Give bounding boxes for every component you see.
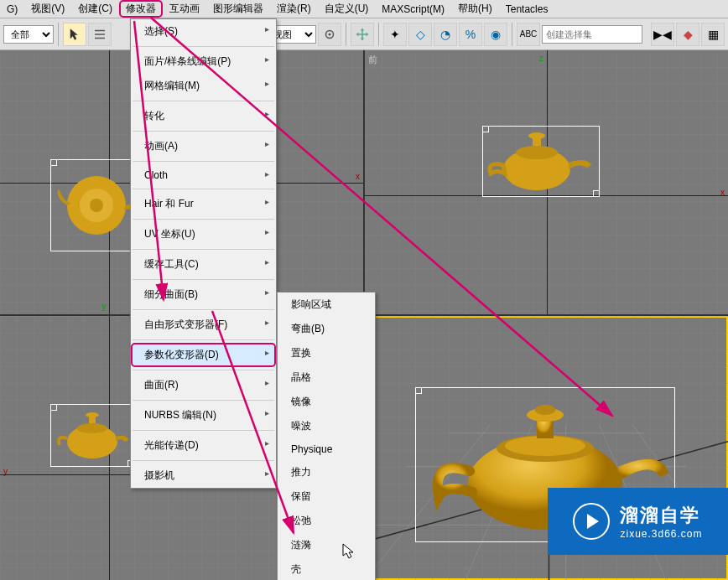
menu-separator: [133, 249, 274, 250]
axis-y-label: y: [101, 302, 106, 311]
selection-box: [50, 159, 143, 251]
select-tool[interactable]: [63, 23, 86, 46]
menu-separator: [133, 430, 274, 431]
separator: [378, 23, 379, 46]
menu-item[interactable]: Hair 和 Fur: [131, 192, 276, 216]
menu-item[interactable]: 缓存工具(C): [131, 252, 276, 277]
menu-view[interactable]: 视图(V): [24, 0, 71, 18]
angle-icon: ◔: [440, 28, 450, 41]
align-tool[interactable]: ◆: [676, 23, 699, 46]
menu-item[interactable]: 自由形式变形器(F): [131, 313, 276, 337]
move-icon: [355, 27, 370, 42]
viewport-front[interactable]: 前 x z: [365, 50, 728, 314]
menu-animation[interactable]: 互动画: [163, 0, 206, 18]
menu-item[interactable]: 参数化变形器(D): [131, 343, 276, 367]
manipulate-tool[interactable]: ✦: [383, 23, 407, 46]
menu-item[interactable]: 摄影机: [131, 463, 276, 488]
svg-rect-0: [95, 29, 105, 31]
select-name-tool[interactable]: [88, 23, 112, 46]
watermark-url: zixue.3d66.com: [620, 528, 702, 540]
menu-item[interactable]: 网格编辑(M): [131, 74, 276, 98]
separator: [346, 23, 346, 46]
percent-snap-tool[interactable]: %: [459, 23, 482, 46]
filter-combo[interactable]: 全部: [3, 25, 54, 44]
menu-separator: [133, 400, 274, 401]
menu-item[interactable]: 噪波: [278, 414, 375, 438]
layers-icon: ▦: [708, 28, 719, 41]
selection-box: [482, 126, 600, 197]
percent-icon: %: [465, 28, 476, 41]
menu-item[interactable]: 置换: [278, 341, 375, 365]
menu-tentacles[interactable]: Tentacles: [499, 2, 555, 17]
menu-customize[interactable]: 自定义(U): [318, 0, 376, 18]
menu-item[interactable]: NURBS 编辑(N): [131, 403, 276, 427]
menu-item[interactable]: 面片/样条线编辑(P): [131, 49, 276, 74]
menu-separator: [133, 339, 274, 340]
snap-3d-tool[interactable]: ◇: [408, 23, 432, 46]
menu-separator: [133, 460, 274, 461]
menu-separator: [133, 219, 274, 220]
use-center-tool[interactable]: [318, 23, 341, 46]
menu-item[interactable]: 细分曲面(B): [131, 282, 276, 307]
menu-item[interactable]: Physique: [278, 438, 375, 460]
list-icon: [92, 27, 107, 42]
abc-icon: ABC: [520, 29, 538, 39]
menu-rendering[interactable]: 渲染(R): [270, 0, 318, 18]
axis-z-label: z: [539, 54, 543, 63]
svg-rect-2: [95, 37, 105, 39]
menu-create[interactable]: 创建(C): [71, 0, 119, 18]
menu-item[interactable]: 弯曲(B): [278, 317, 375, 341]
selection-set-input[interactable]: [542, 25, 642, 44]
menu-separator: [133, 46, 274, 47]
menu-separator: [133, 189, 274, 189]
spinner-snap-tool[interactable]: ◉: [484, 23, 507, 46]
center-icon: [322, 27, 337, 42]
named-sel-tool[interactable]: ABC: [517, 23, 540, 46]
menu-item[interactable]: 壳: [278, 557, 375, 580]
separator: [58, 23, 59, 46]
menu-item[interactable]: 光能传递(D): [131, 433, 276, 458]
menu-item[interactable]: 涟漪: [278, 533, 375, 557]
align-icon: ◆: [684, 28, 693, 41]
mirror-icon: ▶◀: [653, 28, 672, 41]
menu-graph-editors[interactable]: 图形编辑器: [206, 0, 270, 18]
svg-rect-1: [95, 34, 105, 35]
menu-item[interactable]: 影响区域: [278, 293, 375, 317]
menu-separator: [133, 101, 274, 101]
menu-item[interactable]: 曲面(R): [131, 373, 276, 397]
layers-tool[interactable]: ▦: [701, 23, 725, 46]
angle-snap-tool[interactable]: ◔: [434, 23, 457, 46]
menu-maxscript[interactable]: MAXScript(M): [375, 2, 451, 17]
mouse-cursor: [342, 543, 356, 562]
menu-separator: [133, 161, 274, 162]
watermark-title: 溜溜自学: [620, 503, 702, 528]
menu-item[interactable]: 镜像: [278, 390, 375, 414]
play-icon: [573, 503, 610, 540]
wand-icon: ✦: [390, 28, 400, 41]
svg-point-4: [329, 33, 331, 35]
snap-icon: ◇: [416, 28, 425, 41]
mirror-tool[interactable]: ▶◀: [651, 23, 674, 46]
menu-modifiers[interactable]: 修改器: [119, 0, 163, 18]
separator: [512, 23, 512, 46]
cursor-icon: [67, 27, 82, 42]
select-move-tool[interactable]: [351, 23, 374, 46]
viewport-label: 前: [368, 54, 377, 66]
menu-g[interactable]: G): [0, 2, 24, 17]
menu-item[interactable]: 松弛: [278, 509, 375, 533]
spinner-icon: ◉: [491, 28, 501, 41]
watermark: 溜溜自学 zixue.3d66.com: [548, 488, 728, 555]
menu-item[interactable]: 保留: [278, 484, 375, 509]
menu-item[interactable]: 转化: [131, 104, 276, 128]
menu-item[interactable]: 动画(A): [131, 134, 276, 158]
selection-box: [50, 404, 134, 467]
menu-item[interactable]: 晶格: [278, 365, 375, 390]
modifiers-menu: 选择(S)面片/样条线编辑(P)网格编辑(M)转化动画(A)ClothHair …: [130, 18, 277, 489]
menu-item[interactable]: UV 坐标(U): [131, 222, 276, 246]
menu-item[interactable]: 选择(S): [131, 19, 276, 44]
menu-item[interactable]: 推力: [278, 460, 375, 484]
menu-separator: [133, 370, 274, 370]
menu-separator: [133, 309, 274, 310]
menu-item[interactable]: Cloth: [131, 164, 276, 186]
menu-help[interactable]: 帮助(H): [451, 0, 499, 18]
